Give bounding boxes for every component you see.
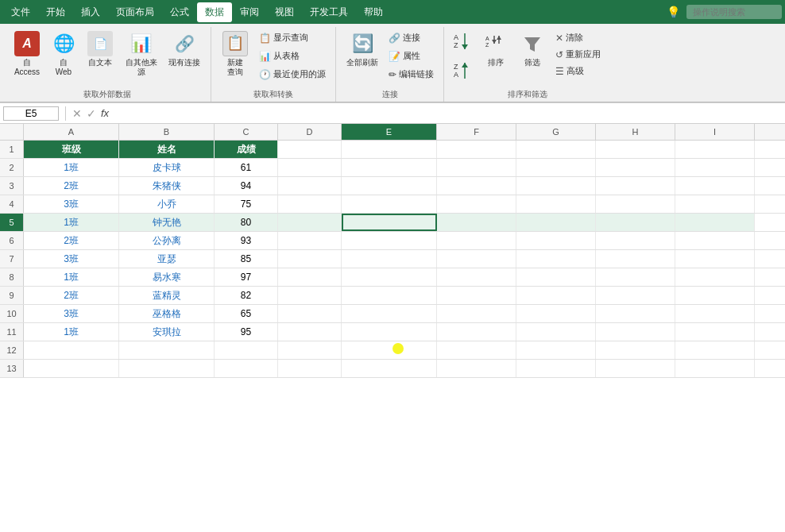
row-number-7[interactable]: 7 [0,250,24,268]
row-number-8[interactable]: 8 [0,268,24,286]
cell-c12[interactable] [215,341,278,359]
cell-f13[interactable] [437,360,516,377]
cell-f11[interactable] [437,323,516,341]
col-header-b[interactable]: B [119,124,215,140]
cell-e13[interactable] [342,360,437,377]
cell-c5[interactable]: 80 [215,214,278,231]
row-number-11[interactable]: 11 [0,323,24,341]
cell-i7[interactable] [675,250,755,268]
edit-links-button[interactable]: ✏ 编辑链接 [385,67,437,82]
cell-a4[interactable]: 3班 [24,195,119,213]
col-header-d[interactable]: D [278,124,342,140]
cell-e9[interactable] [342,287,437,304]
menu-review[interactable]: 审阅 [232,2,267,22]
cell-g1[interactable] [516,141,596,158]
access-button[interactable]: A 自Access [10,29,44,79]
other-sources-button[interactable]: 📊 自其他来源 [119,29,163,79]
cell-a13[interactable] [24,360,119,377]
cell-i12[interactable] [675,341,755,359]
cell-h2[interactable] [596,159,675,176]
cell-d1[interactable] [278,141,342,158]
cell-b12[interactable] [119,341,215,359]
col-header-e[interactable]: E [342,124,437,140]
row-number-9[interactable]: 9 [0,287,24,304]
row-number-4[interactable]: 4 [0,195,24,213]
cell-a2[interactable]: 1班 [24,159,119,176]
existing-connections-button[interactable]: 🔗 现有连接 [164,29,204,70]
cell-h6[interactable] [596,232,675,249]
cell-g6[interactable] [516,232,596,249]
cell-b7[interactable]: 亚瑟 [119,250,215,268]
cell-g10[interactable] [516,305,596,322]
cell-f10[interactable] [437,305,516,322]
text-button[interactable]: 📄 自文本 [83,29,118,70]
cell-i3[interactable] [675,177,755,195]
cell-f7[interactable] [437,250,516,268]
cell-a3[interactable]: 2班 [24,177,119,195]
cell-i6[interactable] [675,232,755,249]
cell-h8[interactable] [596,268,675,286]
menu-home[interactable]: 开始 [38,2,73,22]
cell-e10[interactable] [342,305,437,322]
cell-f8[interactable] [437,268,516,286]
cell-g12[interactable] [516,341,596,359]
cell-b2[interactable]: 皮卡球 [119,159,215,176]
menu-developer[interactable]: 开发工具 [302,2,356,22]
cell-g3[interactable] [516,177,596,195]
cell-f1[interactable] [437,141,516,158]
menu-insert[interactable]: 插入 [73,2,108,22]
cell-d6[interactable] [278,232,342,249]
cell-d5[interactable] [278,214,342,231]
cell-h1[interactable] [596,141,675,158]
cell-b9[interactable]: 蓝精灵 [119,287,215,304]
cell-d3[interactable] [278,177,342,195]
cell-a12[interactable] [24,341,119,359]
menu-file[interactable]: 文件 [3,2,38,22]
refresh-all-button[interactable]: 🔄 全部刷新 [342,29,382,70]
cell-d2[interactable] [278,159,342,176]
col-header-f[interactable]: F [437,124,516,140]
cell-g5[interactable] [516,214,596,231]
cell-g13[interactable] [516,360,596,377]
row-number-10[interactable]: 10 [0,305,24,322]
menu-view[interactable]: 视图 [267,2,302,22]
cell-d10[interactable] [278,305,342,322]
clear-button[interactable]: ✕ 清除 [552,30,604,45]
cell-c9[interactable]: 82 [215,287,278,304]
from-table-button[interactable]: 📊 从表格 [256,48,329,64]
show-query-button[interactable]: 📋 显示查询 [256,30,329,45]
cell-e1[interactable] [342,141,437,158]
cell-h4[interactable] [596,195,675,213]
recent-source-button[interactable]: 🕐 最近使用的源 [256,67,329,82]
cell-a9[interactable]: 2班 [24,287,119,304]
properties-button[interactable]: 📝 属性 [385,48,437,64]
cell-a8[interactable]: 1班 [24,268,119,286]
row-number-13[interactable]: 13 [0,360,24,377]
cell-d4[interactable] [278,195,342,213]
cell-g8[interactable] [516,268,596,286]
cell-c3[interactable]: 94 [215,177,278,195]
cell-e4[interactable] [342,195,437,213]
cell-a7[interactable]: 3班 [24,250,119,268]
cell-i8[interactable] [675,268,755,286]
cell-e12[interactable] [342,341,437,359]
cell-c2[interactable]: 61 [215,159,278,176]
cell-g9[interactable] [516,287,596,304]
cell-d13[interactable] [278,360,342,377]
cell-h3[interactable] [596,177,675,195]
cell-e6[interactable] [342,232,437,249]
cell-c4[interactable]: 75 [215,195,278,213]
cell-a6[interactable]: 2班 [24,232,119,249]
cell-g4[interactable] [516,195,596,213]
cell-e3[interactable] [342,177,437,195]
menu-data[interactable]: 数据 [197,2,232,22]
menu-help[interactable]: 帮助 [356,2,391,22]
menu-page-layout[interactable]: 页面布局 [108,2,162,22]
sort-za-button[interactable]: Z A [451,58,476,86]
cell-f5[interactable] [437,214,516,231]
cell-d11[interactable] [278,323,342,341]
formula-input[interactable] [112,108,782,119]
sort-button[interactable]: A Z 排序 [479,29,512,70]
cell-h5[interactable] [596,214,675,231]
cell-c10[interactable]: 65 [215,305,278,322]
